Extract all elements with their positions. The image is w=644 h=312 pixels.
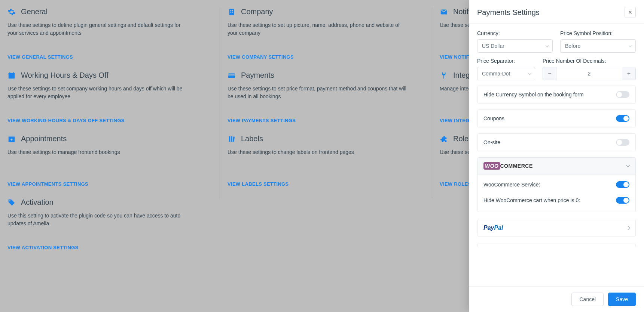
currency-label: Currency:	[477, 30, 553, 36]
hide-currency-symbol-row: Hide Currency Symbol on the booking form	[477, 86, 636, 104]
paypal-logo: PayPal	[483, 225, 503, 231]
chevron-down-icon	[626, 163, 630, 167]
onsite-label: On-site	[483, 139, 500, 145]
decimals-input[interactable]	[556, 67, 622, 80]
woocommerce-logo: WooCommerce	[483, 163, 533, 169]
onsite-toggle[interactable]	[616, 139, 629, 146]
currency-value: US Dollar	[482, 43, 504, 49]
onsite-row: On-site	[477, 133, 636, 151]
save-button[interactable]: Save	[608, 293, 636, 306]
symbol-position-label: Price Symbol Position:	[560, 30, 636, 36]
close-icon: ✕	[628, 9, 632, 15]
close-button[interactable]: ✕	[625, 7, 636, 18]
paypal-section: PayPal	[477, 219, 636, 237]
chevron-right-icon	[626, 226, 630, 230]
paypal-header[interactable]: PayPal	[477, 219, 635, 237]
price-separator-select[interactable]: Comma-Dot	[477, 67, 535, 80]
woo-hide-cart-label: Hide WooCommerce cart when price is 0:	[483, 197, 580, 203]
decimals-stepper: − +	[543, 67, 636, 80]
coupons-label: Coupons	[483, 115, 504, 121]
coupons-row: Coupons	[477, 109, 636, 127]
coupons-toggle[interactable]	[616, 115, 629, 122]
next-section-peek	[477, 244, 636, 247]
currency-select[interactable]: US Dollar	[477, 39, 553, 53]
woocommerce-header[interactable]: WooCommerce	[477, 158, 635, 174]
price-separator-label: Price Separator:	[477, 58, 535, 64]
panel-title: Payments Settings	[477, 8, 540, 17]
woo-hide-cart-toggle[interactable]	[616, 197, 629, 204]
woo-service-toggle[interactable]	[616, 181, 629, 188]
cancel-button[interactable]: Cancel	[571, 293, 604, 306]
hide-currency-symbol-toggle[interactable]	[616, 91, 629, 98]
symbol-position-select[interactable]: Before	[560, 39, 636, 53]
symbol-position-value: Before	[565, 43, 580, 49]
price-separator-value: Comma-Dot	[482, 71, 510, 77]
payments-settings-panel: Payments Settings ✕ Currency: US Dollar …	[469, 0, 644, 312]
woocommerce-section: WooCommerce WooCommerce Service: Hide Wo…	[477, 157, 636, 212]
decimals-increase-button[interactable]: +	[622, 67, 635, 80]
decimals-label: Price Number Of Decimals:	[543, 58, 636, 64]
hide-currency-symbol-label: Hide Currency Symbol on the booking form	[483, 92, 584, 98]
woo-service-label: WooCommerce Service:	[483, 182, 540, 188]
decimals-decrease-button[interactable]: −	[543, 67, 556, 80]
